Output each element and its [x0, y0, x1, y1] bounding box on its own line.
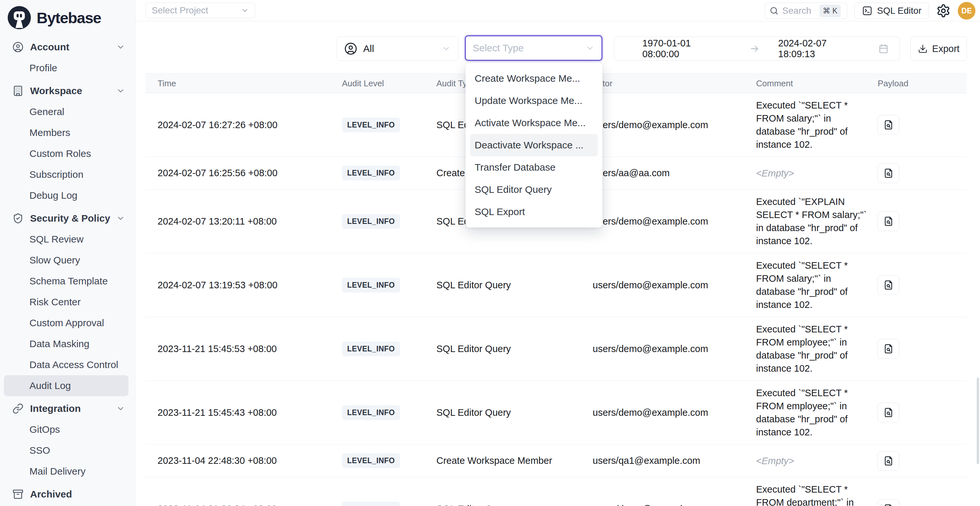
- payload-view-button[interactable]: [878, 164, 899, 183]
- export-button[interactable]: Export: [910, 37, 967, 61]
- sidebar-item-subscription[interactable]: Subscription: [0, 164, 135, 185]
- sidebar-item-general[interactable]: General: [0, 101, 135, 122]
- download-icon: [918, 44, 928, 54]
- dropdown-item-activate-workspace-me[interactable]: Activate Workspace Me...: [470, 112, 598, 134]
- cell-audit-level: LEVEL_INFO: [342, 214, 436, 229]
- sidebar-item-members[interactable]: Members: [0, 122, 135, 143]
- sidebar-section-label: Integration: [30, 403, 116, 414]
- avatar[interactable]: DE: [958, 2, 975, 20]
- type-filter-select[interactable]: Select Type: [465, 35, 603, 61]
- shield-check-icon: [13, 213, 24, 224]
- payload-view-button[interactable]: [878, 499, 899, 506]
- date-from-value[interactable]: 1970-01-01 08:00:00: [642, 38, 729, 59]
- chevron-down-icon: [585, 43, 595, 53]
- audit-level-badge: LEVEL_INFO: [342, 118, 400, 132]
- payload-view-button[interactable]: [878, 339, 899, 359]
- cell-time: 2024-02-07 13:19:53 +08:00: [145, 280, 342, 291]
- sidebar-section-archived[interactable]: Archived: [0, 484, 135, 505]
- sidebar-item-schema-template[interactable]: Schema Template: [0, 271, 135, 291]
- cell-audit-level: LEVEL_INFO: [342, 166, 436, 180]
- sidebar-section-security-policy[interactable]: Security & Policy: [0, 208, 135, 229]
- cell-time: 2024-02-07 13:20:11 +08:00: [145, 216, 342, 227]
- table-row: 2023-11-04 21:26:34 +08:00LEVEL_INFOSQL …: [145, 477, 967, 506]
- type-filter-dropdown: Create Workspace Me...Update Workspace M…: [466, 63, 603, 228]
- date-range-picker[interactable]: 1970-01-01 08:00:00 2024-02-07 18:09:13: [614, 37, 900, 61]
- cell-comment: Executed `"SELECT * FROM salary;"` in da…: [756, 99, 878, 151]
- cell-comment: Executed `"SELECT * FROM salary;"` in da…: [756, 259, 878, 311]
- cell-comment: Executed `"SELECT * FROM department;"` i…: [756, 483, 878, 506]
- cell-payload: [878, 115, 967, 135]
- table-row: 2023-11-21 15:45:43 +08:00LEVEL_INFOSQL …: [145, 381, 967, 444]
- file-search-icon: [883, 343, 894, 354]
- cell-payload: [878, 275, 967, 295]
- scrollbar-thumb[interactable]: [977, 377, 979, 464]
- search-box[interactable]: ⌘ K: [765, 3, 847, 19]
- dropdown-item-create-workspace-me[interactable]: Create Workspace Me...: [470, 67, 598, 89]
- cell-audit-level: LEVEL_INFO: [342, 118, 436, 132]
- cell-audit-level: LEVEL_INFO: [342, 342, 436, 356]
- chevron-down-icon: [240, 6, 249, 15]
- sidebar-item-slow-query[interactable]: Slow Query: [0, 250, 135, 271]
- sidebar-item-gitops[interactable]: GitOps: [0, 419, 135, 440]
- project-select[interactable]: Select Project: [145, 3, 255, 18]
- actor-filter-value: All: [363, 43, 374, 54]
- type-filter-placeholder: Select Type: [473, 43, 524, 54]
- dropdown-item-deactivate-workspace[interactable]: Deactivate Workspace ...: [470, 134, 598, 156]
- cell-comment: Executed `"EXPLAIN SELECT * FROM salary;…: [756, 195, 878, 247]
- sidebar-item-sql-review[interactable]: SQL Review: [0, 229, 135, 250]
- sidebar-item-mail-delivery[interactable]: Mail Delivery: [0, 461, 135, 482]
- dropdown-item-sql-editor-query[interactable]: SQL Editor Query: [470, 178, 598, 201]
- cell-audit-type: SQL Editor Query: [436, 504, 593, 506]
- sidebar-item-custom-approval[interactable]: Custom Approval: [0, 312, 135, 333]
- sidebar-item-custom-roles[interactable]: Custom Roles: [0, 143, 135, 164]
- sidebar-section-workspace[interactable]: Workspace: [0, 80, 135, 101]
- user-circle-icon: [344, 42, 357, 55]
- dropdown-item-sql-export[interactable]: SQL Export: [470, 201, 598, 223]
- gear-icon[interactable]: [936, 3, 951, 18]
- sql-editor-button[interactable]: SQL Editor: [854, 3, 929, 19]
- payload-view-button[interactable]: [878, 275, 899, 295]
- cell-audit-type: SQL Editor Query: [436, 407, 593, 418]
- search-input[interactable]: [782, 6, 816, 16]
- sidebar-item-debug-log[interactable]: Debug Log: [0, 185, 135, 206]
- payload-view-button[interactable]: [878, 403, 899, 422]
- topbar: Select Project ⌘ K SQL Editor DE: [135, 0, 980, 21]
- project-select-placeholder: Select Project: [152, 5, 208, 16]
- file-search-icon: [883, 455, 894, 466]
- bytebase-app: Bytebase AccountProfileWorkspaceGeneralM…: [0, 0, 980, 506]
- cell-audit-type: Create Workspace Member: [436, 455, 593, 466]
- table-row: 2023-11-21 15:45:53 +08:00LEVEL_INFOSQL …: [145, 317, 967, 381]
- dropdown-item-update-workspace-me[interactable]: Update Workspace Me...: [470, 89, 598, 112]
- sidebar-item-data-masking[interactable]: Data Masking: [0, 333, 135, 354]
- sidebar-item-audit-log[interactable]: Audit Log: [4, 375, 129, 396]
- brand[interactable]: Bytebase: [0, 0, 135, 32]
- audit-level-badge: LEVEL_INFO: [342, 453, 400, 468]
- sidebar-item-data-access-control[interactable]: Data Access Control: [0, 354, 135, 375]
- bytebase-logo-icon: [7, 6, 31, 30]
- sidebar-section-label: Workspace: [30, 85, 116, 96]
- sidebar-nav: AccountProfileWorkspaceGeneralMembersCus…: [0, 32, 135, 505]
- column-header-comment: Comment: [756, 78, 878, 89]
- link-icon: [13, 403, 24, 414]
- cell-audit-level: LEVEL_INFO: [342, 453, 436, 468]
- sidebar-item-sso[interactable]: SSO: [0, 440, 135, 461]
- sidebar-section-account[interactable]: Account: [0, 37, 135, 57]
- audit-level-badge: LEVEL_INFO: [342, 342, 400, 356]
- file-search-icon: [883, 280, 894, 291]
- table-row: 2024-02-07 13:19:53 +08:00LEVEL_INFOSQL …: [145, 253, 967, 317]
- sidebar-item-risk-center[interactable]: Risk Center: [0, 291, 135, 312]
- payload-view-button[interactable]: [878, 451, 899, 471]
- date-to-value[interactable]: 2024-02-07 18:09:13: [778, 38, 865, 59]
- cell-comment: Executed `"SELECT * FROM employee;"` in …: [756, 387, 878, 439]
- cell-actor: users/demo@example.com: [593, 280, 756, 291]
- dropdown-item-transfer-database[interactable]: Transfer Database: [470, 156, 598, 178]
- sidebar-section-integration[interactable]: Integration: [0, 398, 135, 419]
- column-header-actor: Actor: [593, 78, 756, 89]
- cell-time: 2023-11-04 21:26:34 +08:00: [145, 504, 342, 506]
- payload-view-button[interactable]: [878, 115, 899, 135]
- sidebar-item-profile[interactable]: Profile: [0, 57, 135, 78]
- actor-filter-select[interactable]: All: [337, 37, 458, 61]
- cell-audit-level: LEVEL_INFO: [342, 278, 436, 293]
- payload-view-button[interactable]: [878, 212, 899, 231]
- audit-level-badge: LEVEL_INFO: [342, 166, 400, 180]
